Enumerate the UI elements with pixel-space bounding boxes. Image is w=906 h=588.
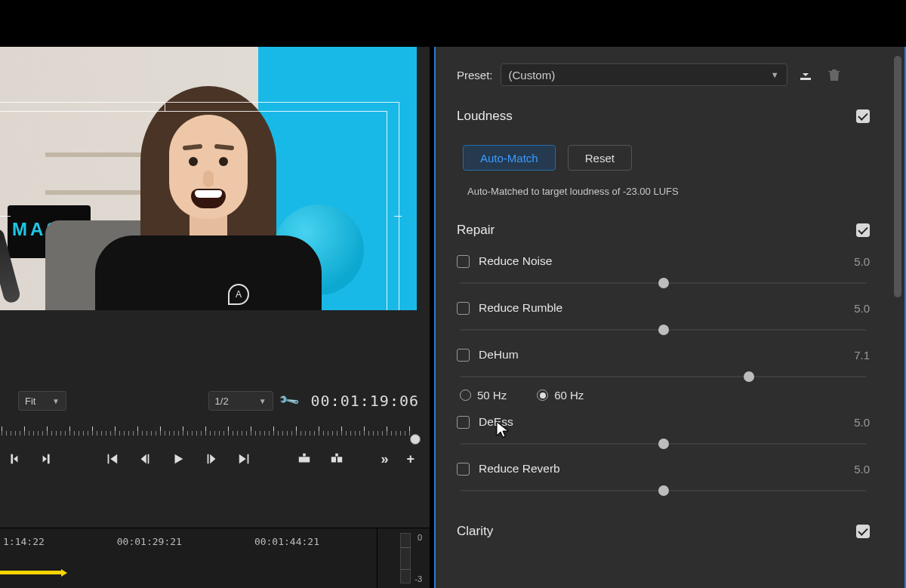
- clarity-toggle[interactable]: [856, 525, 870, 538]
- loudness-toggle[interactable]: [856, 109, 870, 123]
- program-monitor[interactable]: A: [0, 47, 430, 310]
- reduce-rumble-slider[interactable]: [460, 322, 867, 337]
- deess-value[interactable]: 5.0: [854, 416, 870, 429]
- timecode-label: 00:01:44:21: [254, 536, 319, 547]
- auto-match-button[interactable]: Auto-Match: [463, 145, 556, 171]
- reduce-reverb-value[interactable]: 5.0: [854, 463, 870, 476]
- chevron-down-icon: ▼: [259, 397, 267, 405]
- dehum-label: DeHum: [479, 348, 519, 362]
- preset-value: (Custom): [509, 69, 556, 82]
- deess-checkbox[interactable]: [457, 416, 470, 429]
- insert-button[interactable]: [297, 451, 312, 467]
- repair-toggle[interactable]: [856, 223, 870, 237]
- audio-meter[interactable]: 0 -3: [377, 528, 430, 588]
- reduce-rumble-checkbox[interactable]: [457, 302, 470, 315]
- deess-label: DeEss: [479, 415, 513, 429]
- meter-mark: 0: [414, 533, 422, 542]
- wrench-icon[interactable]: 🔧: [277, 389, 300, 413]
- loudness-section: Loudness Auto-Match Reset Auto-Matched t…: [457, 101, 870, 215]
- ruler-end-handle[interactable]: [410, 434, 421, 445]
- mark-in-button[interactable]: [6, 451, 21, 467]
- step-back-button[interactable]: [137, 451, 153, 467]
- reduce-noise-value[interactable]: 5.0: [854, 255, 870, 268]
- delete-preset-icon: [824, 64, 845, 85]
- overwrite-button[interactable]: [330, 451, 345, 467]
- reduce-reverb-label: Reduce Reverb: [479, 462, 560, 476]
- play-button[interactable]: [171, 451, 186, 467]
- reduce-rumble-label: Reduce Rumble: [479, 301, 562, 315]
- preset-dropdown[interactable]: (Custom) ▼: [501, 63, 787, 86]
- preset-label: Preset:: [457, 69, 493, 82]
- deess-slider[interactable]: [460, 436, 867, 451]
- repair-section: Repair Reduce Noise 5.0: [457, 215, 870, 516]
- dehum-value[interactable]: 7.1: [854, 349, 870, 362]
- essential-sound-panel: Preset: (Custom) ▼ Loudness: [434, 47, 906, 588]
- resolution-value: 1/2: [215, 396, 229, 407]
- reset-button[interactable]: Reset: [568, 145, 632, 171]
- loudness-title[interactable]: Loudness: [457, 109, 513, 124]
- go-to-out-button[interactable]: [237, 451, 252, 467]
- work-area-bar[interactable]: [0, 571, 62, 574]
- chevron-down-icon: ▼: [771, 70, 779, 79]
- program-time-ruler[interactable]: [2, 420, 419, 442]
- clarity-title[interactable]: Clarity: [457, 524, 493, 539]
- more-transport-icon[interactable]: »: [381, 451, 388, 467]
- reduce-noise-checkbox[interactable]: [457, 255, 470, 268]
- timecode-label: 00:01:29:21: [117, 536, 182, 547]
- reduce-reverb-slider[interactable]: [460, 483, 867, 498]
- shirt-logo-icon: A: [228, 284, 249, 305]
- resolution-dropdown[interactable]: 1/2 ▼: [208, 391, 273, 411]
- zoom-dropdown[interactable]: Fit ▼: [18, 391, 66, 411]
- reduce-rumble-value[interactable]: 5.0: [854, 302, 870, 315]
- mark-out-button[interactable]: [39, 451, 54, 467]
- reduce-reverb-checkbox[interactable]: [457, 463, 470, 476]
- chevron-down-icon: ▼: [52, 397, 60, 405]
- go-to-in-button[interactable]: [104, 451, 119, 467]
- reduce-noise-label: Reduce Noise: [479, 254, 552, 268]
- clarity-section: Clarity: [457, 516, 870, 539]
- zoom-value: Fit: [25, 396, 35, 407]
- meter-mark: -3: [414, 574, 422, 583]
- timecode-label: 1:14:22: [3, 536, 45, 547]
- program-timecode[interactable]: 00:01:19:06: [311, 392, 419, 410]
- timeline-ruler[interactable]: 1:14:22 00:01:29:21 00:01:44:21: [0, 528, 377, 588]
- transport-controls: » +: [0, 442, 430, 467]
- scrollbar-thumb[interactable]: [894, 56, 901, 297]
- reduce-noise-slider[interactable]: [460, 276, 867, 291]
- add-button-icon[interactable]: +: [406, 451, 414, 467]
- step-forward-button[interactable]: [204, 451, 219, 467]
- dehum-60hz-radio[interactable]: 60 Hz: [537, 389, 584, 402]
- panel-scrollbar[interactable]: [892, 47, 904, 588]
- dehum-50hz-radio[interactable]: 50 Hz: [460, 389, 507, 402]
- save-preset-icon[interactable]: [795, 64, 816, 85]
- dehum-slider[interactable]: [460, 369, 867, 384]
- dehum-checkbox[interactable]: [457, 349, 470, 362]
- repair-title[interactable]: Repair: [457, 223, 495, 238]
- loudness-hint: Auto-Matched to target loudness of -23.0…: [457, 180, 870, 202]
